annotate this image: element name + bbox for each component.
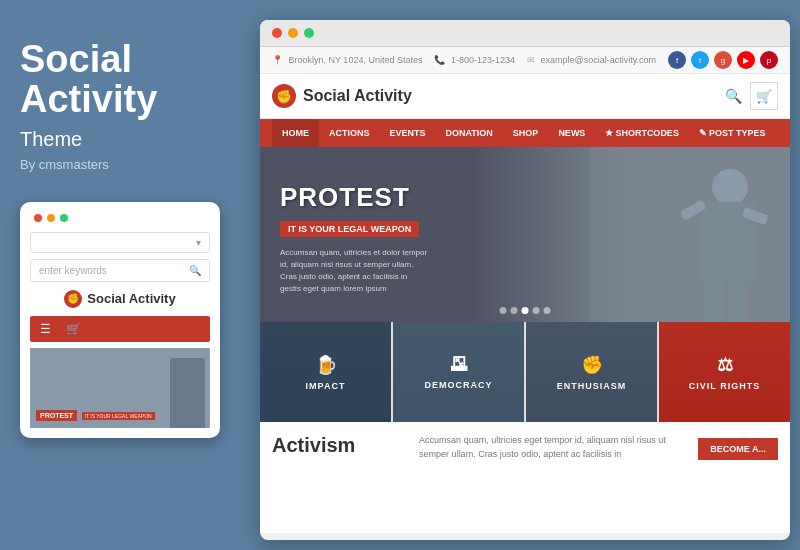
svg-rect-6 [728,277,746,322]
activism-section: Activism [272,434,404,463]
site-logo[interactable]: ✊ Social Activity [272,84,412,108]
hero-tagline: IT IS YOUR LEGAL WEAPON [280,221,419,237]
category-enthusiasm[interactable]: ✊ ENTHUSIASM [526,322,657,422]
mobile-cart-icon[interactable]: 🛒 [66,322,81,336]
svg-rect-5 [705,277,723,322]
browser-minimize-dot[interactable] [288,28,298,38]
impact-icon: 🍺 [315,354,337,376]
hero-protest-text: PROTEST [280,182,430,213]
hero-text-box: PROTEST IT IS YOUR LEGAL WEAPON Accumsan… [280,182,430,295]
site-logo-text: Social Activity [303,87,412,105]
activism-title: Activism [272,434,404,457]
nav-item-shop[interactable]: SHOP [503,119,549,147]
header-right: 🔍 🛒 [725,82,778,110]
facebook-icon[interactable]: f [668,51,686,69]
nav-item-home[interactable]: HOME [272,119,319,147]
hero-dots [500,307,551,314]
browser-close-dot[interactable] [272,28,282,38]
mobile-minimize-dot [47,214,55,222]
location-icon: 📍 [272,55,283,65]
hero-slider: PROTEST IT IS YOUR LEGAL WEAPON Accumsan… [260,147,790,322]
democracy-icon: 🗳 [450,354,468,375]
hero-dot-5[interactable] [544,307,551,314]
nav-item-post-types[interactable]: ✎ POST TYPES [689,119,776,147]
chevron-down-icon: ▾ [196,237,201,248]
mobile-search-bar[interactable]: enter keywords 🔍 [30,259,210,282]
email-icon: ✉ [527,55,535,65]
browser-top-bar [260,20,790,47]
category-civil-rights[interactable]: ⚖ CIVIL RIGHTS [659,322,790,422]
search-icon[interactable]: 🔍 [725,88,742,104]
mobile-protest-label: PROTEST [36,410,77,421]
utility-bar: 📍 Brooklyn, NY 1024, United States 📞 1-8… [260,47,790,74]
theme-author: By cmsmasters [20,157,225,172]
mobile-weapon-label: IT IS YOUR LEGAL WEAPON [82,412,155,420]
youtube-icon[interactable]: ▶ [737,51,755,69]
category-row: 🍺 IMPACT 🗳 DEMOCRACY ✊ ENTHUSIASM ⚖ CIVI… [260,322,790,422]
category-impact[interactable]: 🍺 IMPACT [260,322,391,422]
phone-icon: 📞 [434,55,445,65]
utility-left: 📍 Brooklyn, NY 1024, United States 📞 1-8… [272,55,656,65]
website-content: 📍 Brooklyn, NY 1024, United States 📞 1-8… [260,47,790,533]
theme-title: SocialActivity [20,40,225,120]
enthusiasm-icon: ✊ [581,354,603,376]
mobile-logo: ✊ Social Activity [30,290,210,308]
hero-dot-1[interactable] [500,307,507,314]
bottom-section: Activism Accumsan quam, ultricies eget t… [260,422,790,475]
nav-item-shortcodes[interactable]: ★ SHORTCODES [595,119,689,147]
mobile-hero-image: PROTEST IT IS YOUR LEGAL WEAPON [30,348,210,428]
browser-maximize-dot[interactable] [304,28,314,38]
mobile-mockup: ▾ enter keywords 🔍 ✊ Social Activity ☰ 🛒… [20,202,220,438]
twitter-icon[interactable]: t [691,51,709,69]
site-header: ✊ Social Activity 🔍 🛒 [260,74,790,119]
mobile-menu-icon[interactable]: ☰ [40,322,51,336]
nav-item-actions[interactable]: ACTIONS [319,119,380,147]
phone-info: 📞 1-800-123-1234 [434,55,515,65]
hero-dot-3[interactable] [522,307,529,314]
activism-body: Accumsan quam, ultricies eget tempor id,… [419,434,683,461]
category-democracy[interactable]: 🗳 DEMOCRACY [393,322,524,422]
impact-label: IMPACT [306,381,346,391]
pinterest-icon[interactable]: p [760,51,778,69]
main-nav: HOME ACTIONS EVENTS DONATION SHOP NEWS ★… [260,119,790,147]
nav-item-news[interactable]: NEWS [548,119,595,147]
mobile-maximize-dot [60,214,68,222]
svg-point-1 [712,169,748,205]
mobile-search-placeholder: enter keywords [39,265,107,276]
theme-subtitle: Theme [20,128,225,151]
svg-rect-0 [590,147,790,322]
hero-dot-2[interactable] [511,307,518,314]
social-icons: f t g ▶ p [668,51,778,69]
cart-icon[interactable]: 🛒 [750,82,778,110]
person-svg [590,147,790,322]
hero-dot-4[interactable] [533,307,540,314]
left-panel: SocialActivity Theme By cmsmasters ▾ ent… [0,0,245,550]
mobile-close-dot [34,214,42,222]
mobile-person-figure [170,358,205,428]
nav-item-donation[interactable]: DONATION [436,119,503,147]
mobile-logo-text: Social Activity [87,291,175,306]
become-button[interactable]: BECOME A... [698,438,778,460]
cta-area: BECOME A... [698,434,778,463]
mobile-hero-text: PROTEST IT IS YOUR LEGAL WEAPON [30,399,161,428]
site-logo-icon: ✊ [272,84,296,108]
mobile-window-controls [30,212,210,224]
email-info: ✉ example@social-activity.com [527,55,656,65]
democracy-label: DEMOCRACY [424,380,492,390]
mobile-nav-bar: ☰ 🛒 [30,316,210,342]
hero-person-area [590,147,790,322]
mobile-search-icon: 🔍 [189,265,201,276]
hero-body-text: Accumsan quam, ultricies et dolor tempor… [280,247,430,295]
mobile-logo-icon: ✊ [64,290,82,308]
googleplus-icon[interactable]: g [714,51,732,69]
civil-rights-label: CIVIL RIGHTS [689,381,760,391]
browser-mockup: 📍 Brooklyn, NY 1024, United States 📞 1-8… [260,20,790,540]
activism-content: Accumsan quam, ultricies eget tempor id,… [419,434,683,463]
enthusiasm-label: ENTHUSIASM [557,381,627,391]
mobile-dropdown[interactable]: ▾ [30,232,210,253]
civil-rights-icon: ⚖ [717,354,733,376]
nav-item-events[interactable]: EVENTS [380,119,436,147]
location-info: 📍 Brooklyn, NY 1024, United States [272,55,422,65]
